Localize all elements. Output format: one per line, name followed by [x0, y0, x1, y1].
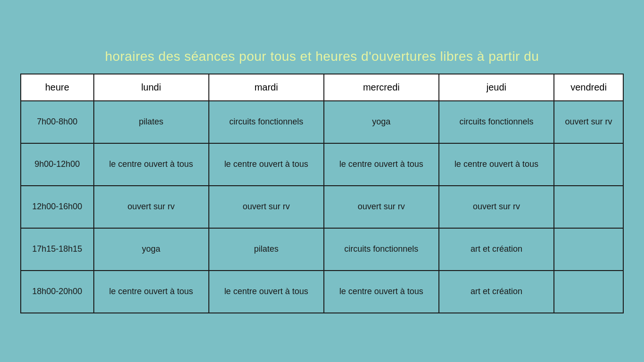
cell-lundi-5: le centre ouvert à tous	[94, 271, 209, 313]
cell-mardi-1: circuits fonctionnels	[209, 101, 324, 143]
cell-vendredi-5	[554, 271, 623, 313]
cell-vendredi-2	[554, 143, 623, 186]
cell-jeudi-5: art et création	[439, 271, 554, 313]
cell-jeudi-3: ouvert sur rv	[439, 186, 554, 228]
cell-mardi-4: pilates	[209, 228, 324, 271]
col-header-lundi: lundi	[94, 74, 209, 101]
table-header-row: heure lundi mardi mercredi jeudi vendred…	[21, 74, 623, 101]
cell-jeudi-1: circuits fonctionnels	[439, 101, 554, 143]
cell-mercredi-5: le centre ouvert à tous	[324, 271, 439, 313]
time-slot-3: 12h00-16h00	[21, 186, 94, 228]
cell-vendredi-1: ouvert sur rv	[554, 101, 623, 143]
col-header-heure: heure	[21, 74, 94, 101]
cell-mardi-3: ouvert sur rv	[209, 186, 324, 228]
cell-lundi-4: yoga	[94, 228, 209, 271]
cell-vendredi-4	[554, 228, 623, 271]
table-row: 7h00-8h00 pilates circuits fonctionnels …	[21, 101, 623, 143]
cell-mardi-5: le centre ouvert à tous	[209, 271, 324, 313]
cell-lundi-1: pilates	[94, 101, 209, 143]
cell-vendredi-3	[554, 186, 623, 228]
time-slot-4: 17h15-18h15	[21, 228, 94, 271]
cell-mercredi-2: le centre ouvert à tous	[324, 143, 439, 186]
col-header-jeudi: jeudi	[439, 74, 554, 101]
time-slot-1: 7h00-8h00	[21, 101, 94, 143]
table-row: 9h00-12h00 le centre ouvert à tous le ce…	[21, 143, 623, 186]
table-row: 12h00-16h00 ouvert sur rv ouvert sur rv …	[21, 186, 623, 228]
table-row: 17h15-18h15 yoga pilates circuits foncti…	[21, 228, 623, 271]
cell-mercredi-3: ouvert sur rv	[324, 186, 439, 228]
cell-jeudi-2: le centre ouvert à tous	[439, 143, 554, 186]
col-header-mardi: mardi	[209, 74, 324, 101]
col-header-mercredi: mercredi	[324, 74, 439, 101]
cell-mercredi-4: circuits fonctionnels	[324, 228, 439, 271]
cell-mercredi-1: yoga	[324, 101, 439, 143]
page-title: horaires des séances pour tous et heures…	[105, 49, 539, 64]
table-row: 18h00-20h00 le centre ouvert à tous le c…	[21, 271, 623, 313]
time-slot-2: 9h00-12h00	[21, 143, 94, 186]
time-slot-5: 18h00-20h00	[21, 271, 94, 313]
col-header-vendredi: vendredi	[554, 74, 623, 101]
cell-jeudi-4: art et création	[439, 228, 554, 271]
cell-lundi-2: le centre ouvert à tous	[94, 143, 209, 186]
schedule-table: heure lundi mardi mercredi jeudi vendred…	[20, 74, 624, 313]
cell-mardi-2: le centre ouvert à tous	[209, 143, 324, 186]
cell-lundi-3: ouvert sur rv	[94, 186, 209, 228]
